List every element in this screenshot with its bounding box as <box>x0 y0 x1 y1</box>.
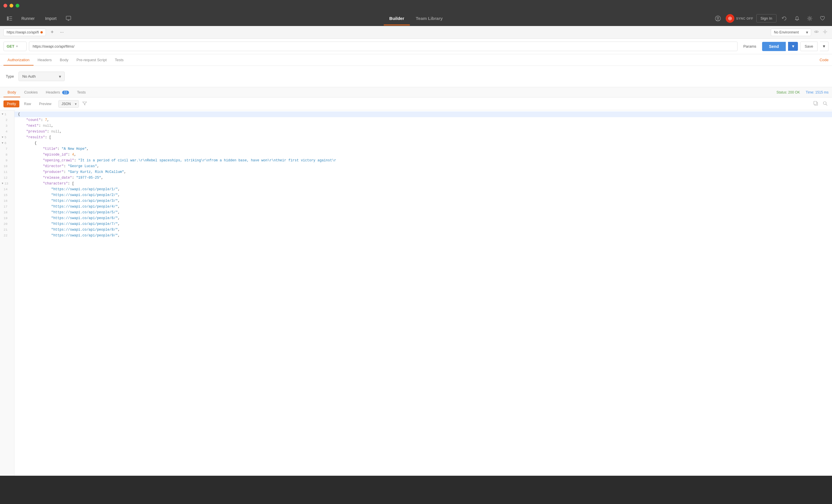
resp-tab-headers[interactable]: Headers 11 <box>42 87 73 97</box>
code-line-11: "producer": "Gary Kurtz, Rick McCallum", <box>15 169 832 175</box>
code-line-21: "https://swapi.co/api/people/8/", <box>15 227 832 233</box>
tab-modified-dot <box>41 31 43 33</box>
time-label: Time: 1515 ms <box>806 90 829 94</box>
method-value: GET <box>7 44 15 49</box>
code-line-1: { <box>15 111 832 117</box>
fmt-tab-raw[interactable]: Raw <box>21 101 34 107</box>
svg-point-11 <box>824 31 826 33</box>
request-bar: GET ▼ Params Send ▼ Save ▼ <box>0 39 832 54</box>
fmt-tab-preview[interactable]: Preview <box>35 101 55 107</box>
response-status: Status: 200 OK Time: 1515 ms <box>777 90 829 94</box>
status-label: Status: 200 OK <box>777 90 800 94</box>
line-num-8: 8 <box>0 152 14 158</box>
resp-tab-cookies[interactable]: Cookies <box>20 87 42 97</box>
format-select[interactable]: JSON XML Text HTML <box>58 100 79 108</box>
svg-rect-4 <box>66 16 71 20</box>
line-num-1: ▼1 <box>0 111 14 117</box>
line-num-3: 3 <box>0 123 14 129</box>
request-tabs: Authorization Headers Body Pre-request S… <box>0 54 832 66</box>
search-icon-button[interactable] <box>822 100 829 108</box>
svg-point-10 <box>816 31 817 32</box>
maximize-button[interactable] <box>16 4 19 7</box>
send-dropdown-button[interactable]: ▼ <box>788 42 798 51</box>
code-area[interactable]: ▼1 2 3 4 ▼5 ▼6 7 8 9 10 11 12 ▼13 14 15 … <box>0 110 832 476</box>
save-dropdown-button[interactable]: ▼ <box>820 41 829 51</box>
tab-team-library[interactable]: Team Library <box>410 13 448 23</box>
headers-badge: 11 <box>62 91 69 94</box>
minimize-button[interactable] <box>9 4 13 7</box>
line-num-2: 2 <box>0 117 14 123</box>
copy-icon-button[interactable] <box>812 100 819 108</box>
status-value: 200 OK <box>788 90 800 94</box>
line-num-4: 4 <box>0 129 14 135</box>
line-num-7: 7 <box>0 146 14 152</box>
sidebar-toggle-button[interactable] <box>5 13 15 23</box>
line-num-20: 20 <box>0 221 14 227</box>
code-content: { "count": 7, "next": null, "previous": … <box>15 110 832 476</box>
code-line-8: "episode_id": 4, <box>15 152 832 158</box>
resp-tab-tests[interactable]: Tests <box>73 87 90 97</box>
svg-point-9 <box>809 18 811 19</box>
line-num-11: 11 <box>0 169 14 175</box>
sign-in-button[interactable]: Sign In <box>756 14 777 23</box>
svg-rect-1 <box>9 17 12 17</box>
method-select[interactable]: GET ▼ <box>3 41 27 51</box>
response-tabs: Body Cookies Headers 11 Tests Status: 20… <box>0 87 832 97</box>
line-num-16: 16 <box>0 198 14 204</box>
heart-icon-button[interactable] <box>817 13 827 23</box>
tab-headers[interactable]: Headers <box>33 54 56 65</box>
close-button[interactable] <box>3 4 7 7</box>
tab-authorization[interactable]: Authorization <box>3 54 33 65</box>
line-num-17: 17 <box>0 204 14 209</box>
add-tab-button[interactable]: + <box>48 29 56 36</box>
astronaut-icon-button[interactable] <box>713 13 723 23</box>
line-num-21: 21 <box>0 227 14 233</box>
resp-tab-body[interactable]: Body <box>3 87 20 97</box>
code-line-14: "https://swapi.co/api/people/1/", <box>15 187 832 192</box>
tab-tests[interactable]: Tests <box>111 54 127 65</box>
format-select-wrapper: JSON XML Text HTML ▼ <box>58 100 79 108</box>
time-value: 1515 ms <box>815 90 829 94</box>
tab-builder[interactable]: Builder <box>384 13 410 23</box>
filter-icon-button[interactable] <box>81 100 88 107</box>
settings-icon-button[interactable] <box>805 13 815 23</box>
line-num-10: 10 <box>0 163 14 169</box>
format-right-actions <box>812 100 829 108</box>
code-line-22: "https://swapi.co/api/people/9/", <box>15 233 832 239</box>
environment-select[interactable]: No Environment <box>771 29 811 36</box>
auth-type-select[interactable]: No Auth <box>19 72 65 81</box>
bell-icon-button[interactable] <box>792 13 802 23</box>
svg-rect-3 <box>9 20 12 21</box>
code-line-15: "https://swapi.co/api/people/2/", <box>15 192 832 198</box>
manage-env-button[interactable] <box>822 28 829 36</box>
type-select-wrapper: No Auth ▼ <box>19 72 65 81</box>
fmt-tab-pretty[interactable]: Pretty <box>3 101 19 107</box>
tab-body[interactable]: Body <box>56 54 73 65</box>
main-content: https://swapi.co/api/fi + ··· No Environ… <box>0 26 832 476</box>
line-num-9: 9 <box>0 158 14 163</box>
svg-rect-0 <box>7 17 9 21</box>
type-label: Type <box>6 74 14 79</box>
params-button[interactable]: Params <box>740 42 760 51</box>
env-select-area: No Environment ▼ <box>771 28 829 36</box>
code-line-2: "count": 7, <box>15 117 832 123</box>
runner-button[interactable]: Runner <box>18 15 38 23</box>
new-tab-button[interactable] <box>63 13 73 23</box>
sync-icon <box>726 14 734 23</box>
more-tabs-button[interactable]: ··· <box>58 29 65 36</box>
code-line-3: "next": null, <box>15 123 832 129</box>
code-line-18: "https://swapi.co/api/people/5/", <box>15 209 832 215</box>
code-link[interactable]: Code <box>820 54 829 65</box>
line-num-19: 19 <box>0 215 14 221</box>
tab-pre-request-script[interactable]: Pre-request Script <box>73 54 111 65</box>
send-button[interactable]: Send <box>762 42 786 51</box>
save-button[interactable]: Save <box>800 41 817 51</box>
url-input[interactable] <box>29 41 737 51</box>
code-line-19: "https://swapi.co/api/people/6/", <box>15 215 832 221</box>
active-tab[interactable]: https://swapi.co/api/fi <box>3 29 46 36</box>
import-button[interactable]: Import <box>42 15 60 23</box>
eye-icon-button[interactable] <box>813 29 820 35</box>
svg-point-6 <box>717 17 719 19</box>
refresh-icon-button[interactable] <box>779 13 789 23</box>
code-line-13: "characters": [ <box>15 181 832 187</box>
